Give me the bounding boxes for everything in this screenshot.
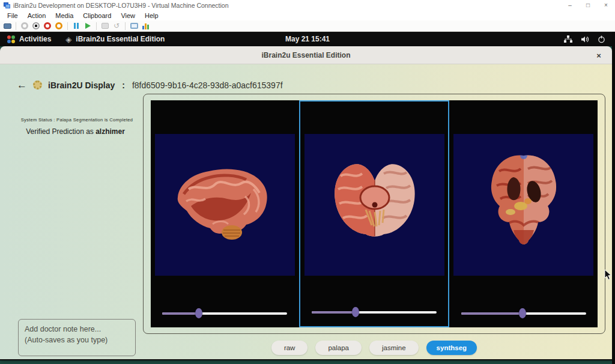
slider-fill	[162, 312, 198, 315]
vm-toolbar: ↺	[0, 20, 615, 32]
hyperv-vm-icon	[4, 2, 10, 8]
vm-desktop: May 21 15:41 Activities ◈ iBrain2u Essen…	[0, 32, 615, 364]
maximize-button[interactable]: □	[579, 0, 597, 10]
ibrain2u-app-window: iBrain2u Essential Edition × ← iBrain2U …	[0, 46, 612, 359]
sagittal-brain-image[interactable]	[155, 134, 295, 276]
slider-fill	[312, 311, 356, 314]
view-mode-buttons: raw palapa jasmine synthseg	[143, 341, 605, 355]
menu-action[interactable]: Action	[23, 10, 51, 20]
scan-viewer	[143, 94, 605, 334]
slider-thumb[interactable]	[519, 308, 526, 318]
toolbar-separator	[96, 22, 97, 30]
menu-media[interactable]: Media	[50, 10, 78, 20]
display-header: ← iBrain2U Display : f8fd6509-9b16-4c28-…	[17, 80, 283, 90]
doctor-note-input[interactable]	[18, 319, 136, 356]
mouse-cursor	[604, 269, 612, 283]
slice-slider[interactable]	[461, 308, 586, 318]
toolbar-separator	[125, 22, 126, 30]
scan-panel-sagittal[interactable]	[151, 100, 299, 327]
ctrl-alt-del-icon[interactable]	[3, 22, 11, 30]
scan-panel-coronal[interactable]	[449, 100, 598, 327]
menu-clipboard[interactable]: Clipboard	[78, 10, 116, 20]
app-titlebar[interactable]: iBrain2u Essential Edition ×	[0, 46, 612, 64]
toolbar-separator	[16, 22, 16, 30]
menu-help[interactable]: Help	[140, 10, 163, 20]
synthseg-button[interactable]: synthseg	[426, 341, 477, 355]
app-close-icon[interactable]: ×	[593, 46, 605, 64]
scan-viewer-inner	[151, 100, 598, 327]
checkpoint-icon	[101, 22, 109, 30]
display-title-separator: :	[122, 80, 125, 90]
vm-window-title: iBrain2u Development on DESKTOP-LO7U3H9 …	[13, 2, 561, 9]
verified-prediction-text: Verified Prediction as alzhimer	[11, 127, 140, 136]
display-title: iBrain2U Display	[48, 80, 115, 90]
clock[interactable]: May 21 15:41	[0, 35, 615, 43]
slider-thumb[interactable]	[352, 307, 359, 317]
turn-off-icon[interactable]	[32, 22, 40, 30]
vm-menubar: File Action Media Clipboard View Help	[0, 10, 615, 20]
vm-right-edge	[612, 32, 615, 364]
menu-file[interactable]: File	[2, 10, 23, 20]
pause-icon[interactable]	[72, 22, 80, 30]
menu-view[interactable]: View	[116, 10, 140, 20]
app-content: ← iBrain2U Display : f8fd6509-9b16-4c28-…	[0, 64, 612, 359]
slice-slider[interactable]	[162, 308, 287, 318]
power-icon[interactable]	[598, 35, 605, 43]
enhanced-session-icon[interactable]	[130, 22, 138, 30]
slider-thumb[interactable]	[195, 308, 202, 318]
system-status-text: System Status : Palapa Segmentation is C…	[14, 117, 139, 123]
save-state-icon[interactable]	[55, 22, 63, 30]
revert-icon: ↺	[112, 22, 121, 30]
coronal-brain-image[interactable]	[453, 134, 593, 276]
minimize-button[interactable]: –	[561, 0, 579, 10]
resume-icon[interactable]	[83, 22, 92, 30]
volume-icon[interactable]	[581, 35, 589, 43]
prediction-prefix: Verified Prediction as	[26, 127, 95, 136]
shutdown-icon[interactable]	[43, 22, 52, 30]
app-title: iBrain2u Essential Edition	[261, 51, 350, 59]
insights-chart-icon[interactable]	[141, 22, 150, 30]
prediction-value: alzhimer	[95, 127, 125, 136]
slider-fill	[461, 312, 523, 315]
palapa-button[interactable]: palapa	[315, 341, 362, 355]
network-icon[interactable]	[564, 35, 572, 43]
back-arrow-icon[interactable]: ←	[17, 80, 27, 90]
gear-icon	[33, 80, 42, 89]
axial-brain-image[interactable]	[304, 134, 444, 276]
scan-panel-axial[interactable]	[299, 100, 450, 327]
record-id: f8fd6509-9b16-4c28-93d8-a0acf615397f	[132, 80, 283, 90]
toolbar-separator	[67, 22, 68, 30]
start-disabled-icon	[20, 22, 29, 30]
jasmine-button[interactable]: jasmine	[369, 341, 419, 355]
close-button[interactable]: ×	[597, 0, 615, 10]
raw-button[interactable]: raw	[271, 341, 308, 355]
window-bottom-edge	[0, 359, 612, 360]
gnome-topbar: May 21 15:41 Activities ◈ iBrain2u Essen…	[0, 32, 615, 46]
vm-window-titlebar: iBrain2u Development on DESKTOP-LO7U3H9 …	[0, 0, 615, 10]
slice-slider[interactable]	[312, 307, 437, 317]
